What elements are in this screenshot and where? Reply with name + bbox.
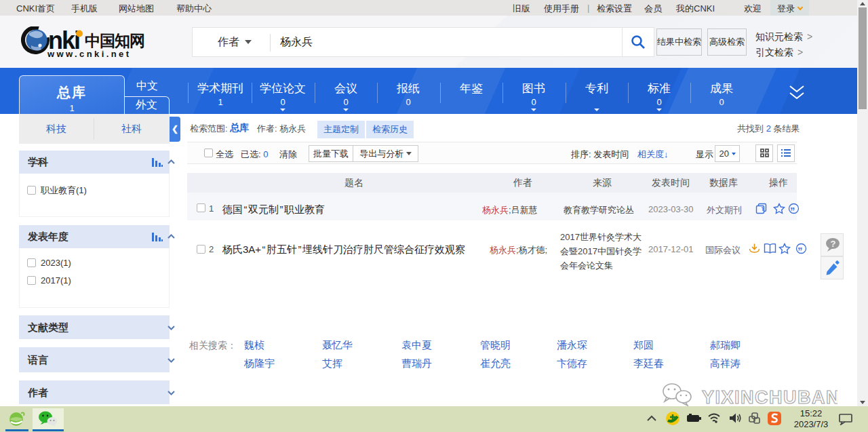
svg-text:”: ” xyxy=(790,205,795,215)
svg-text:中国知网: 中国知网 xyxy=(85,33,144,50)
svg-text:?: ? xyxy=(831,239,836,249)
svg-text:”: ” xyxy=(797,246,802,255)
svg-text:YIXINCHUBAN: YIXINCHUBAN xyxy=(702,387,837,406)
svg-text:www.cnki.net: www.cnki.net xyxy=(47,49,131,58)
